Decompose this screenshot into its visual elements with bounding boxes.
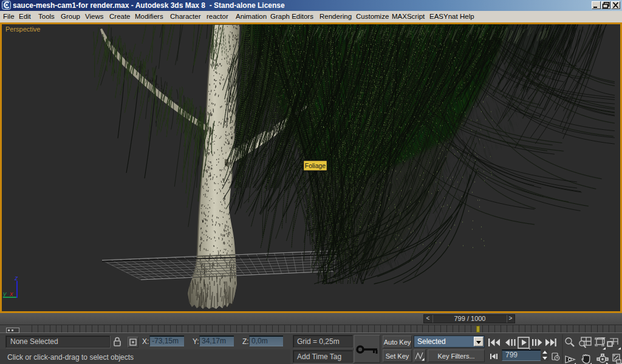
svg-text:x: x: [9, 290, 13, 297]
svg-text:z: z: [14, 274, 18, 281]
svg-text:Foliage: Foliage: [305, 162, 326, 169]
svg-text:y: y: [2, 290, 7, 297]
